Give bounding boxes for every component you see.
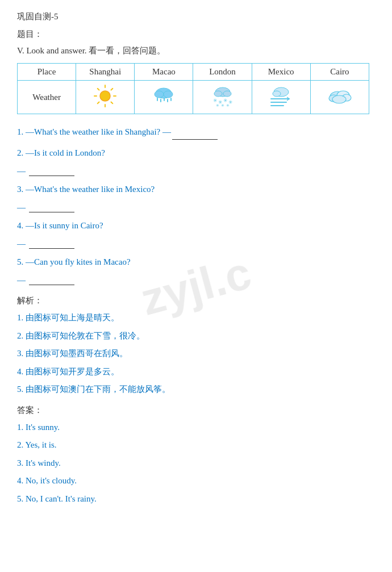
wind-icon [266,101,296,110]
question-1: 1. —What's the weather like in Shanghai?… [17,124,375,140]
analysis-section: 1. 由图标可知上海是晴天。 2. 由图标可知伦敦在下雪，很冷。 3. 由图标可… [17,311,375,397]
q2-dash: — [17,166,26,176]
question-2: 2. —Is it cold in London? [17,145,375,161]
analysis-3: 3. 由图标可知墨西哥在刮风。 [17,346,375,361]
answer-3: 3. It's windy. [17,456,375,471]
analysis-4: 4. 由图标可知开罗是多云。 [17,365,375,379]
q1-text: 1. [17,127,23,136]
svg-rect-14 [164,98,165,101]
answer-1: 1. It's sunny. [17,420,375,435]
q5-blank [29,285,74,285]
answer-4: 4. No, it's cloudy. [17,474,375,489]
icon-cell-snow: ✳ ✳ ✳ ✳ ✳ ✳ ✳ [193,81,252,114]
analysis-title: 解析： [17,295,375,306]
q5-answer-block: — [17,275,375,285]
svg-point-19 [223,91,231,97]
svg-rect-16 [170,98,172,101]
svg-line-8 [98,102,99,104]
q1-answer-line [172,139,218,140]
svg-rect-12 [157,98,158,101]
svg-text:✳: ✳ [221,103,224,108]
table-weather-row: Weather [18,81,369,114]
icon-cell-rain [135,81,193,114]
snow-icon: ✳ ✳ ✳ ✳ ✳ ✳ ✳ [208,101,237,110]
q4-blank [29,248,74,249]
svg-line-7 [111,89,113,90]
instruction-text: V. Look and answer. 看一看，回答问题。 [17,45,375,56]
page-subtitle: 题目： [17,29,375,40]
q4-answer-block: — [17,239,375,249]
answers-section: 1. It's sunny. 2. Yes, it is. 3. It's wi… [17,420,375,507]
table-header-row: Place Shanghai Macao London Mexico Cairo [18,64,369,81]
q5-dash: — [17,275,26,285]
question-3: 3. —What's the weather like in Mexico? [17,182,375,197]
questions-section: 1. —What's the weather like in Shanghai?… [17,124,375,285]
svg-line-6 [111,102,113,104]
svg-point-36 [332,95,346,103]
q3-dash: — [17,203,26,212]
analysis-2: 2. 由图标可知伦敦在下雪，很冷。 [17,329,375,344]
col-london: London [193,64,252,81]
cloudy-icon [325,101,355,110]
col-macao: Macao [135,64,193,81]
svg-text:✳: ✳ [223,98,228,103]
col-place: Place [18,64,76,81]
svg-point-11 [164,91,173,98]
row-label-weather: Weather [18,81,76,114]
svg-text:✳: ✳ [216,103,219,108]
q5-num: 5. [17,257,23,266]
q2-text: —Is it cold in London? [26,148,105,157]
q2-num: 2. [17,148,23,157]
svg-point-10 [155,91,164,98]
q3-answer-block: — [17,203,375,212]
col-shanghai: Shanghai [76,64,135,81]
icon-cell-sunny [76,81,135,114]
q2-blank [29,176,74,176]
svg-text:✳: ✳ [213,98,218,103]
svg-line-5 [98,89,99,90]
svg-rect-15 [167,99,168,102]
analysis-1: 1. 由图标可知上海是晴天。 [17,311,375,325]
weather-table: Place Shanghai Macao London Mexico Cairo… [17,63,369,114]
q1-body: —What's the weather like in Shanghai? — [26,127,171,136]
answers-title: 答案： [17,405,375,416]
q3-blank [29,212,74,212]
svg-rect-13 [160,99,161,102]
q4-dash: — [17,239,26,249]
q5-text: —Can you fly kites in Macao? [26,257,131,266]
answer-2: 2. Yes, it is. [17,438,375,453]
page-title: 巩固自测-5 [17,11,375,22]
sunny-icon [90,101,120,110]
col-cairo: Cairo [310,64,369,81]
col-mexico: Mexico [252,64,310,81]
q4-num: 4. [17,221,23,230]
svg-point-0 [100,91,110,101]
q4-text: —Is it sunny in Cairo? [26,221,103,230]
svg-text:✳: ✳ [226,103,230,108]
q3-text: —What's the weather like in Mexico? [26,185,155,194]
q3-num: 3. [17,185,23,194]
icon-cell-cloudy [310,81,369,114]
question-4: 4. —Is it sunny in Cairo? [17,218,375,233]
svg-point-28 [273,91,281,97]
svg-point-18 [214,91,222,97]
q2-answer-block: — [17,166,375,176]
question-5: 5. —Can you fly kites in Macao? [17,254,375,270]
icon-cell-wind [252,81,310,114]
rain-icon [149,101,178,110]
answer-5: 5. No, I can't. It's rainy. [17,492,375,507]
analysis-5: 5. 由图标可知澳门在下雨，不能放风筝。 [17,382,375,397]
